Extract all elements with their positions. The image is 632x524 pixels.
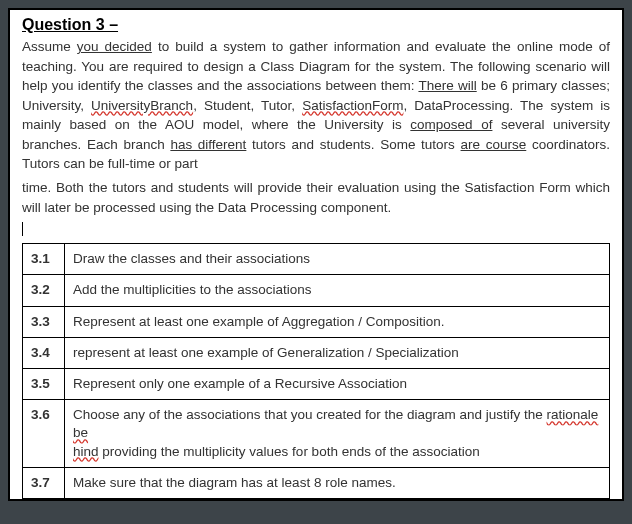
table-row: 3.5 Represent only one example of a Recu… — [23, 368, 610, 399]
task-text: represent at least one example of Genera… — [65, 337, 610, 368]
table-row: 3.2 Add the multiplicities to the associ… — [23, 275, 610, 306]
table-row: 3.3 Represent at least one example of Ag… — [23, 306, 610, 337]
task-text: Add the multiplicities to the associatio… — [65, 275, 610, 306]
underlined-text: are course — [461, 137, 527, 152]
text-cursor-icon — [22, 222, 23, 236]
spellcheck-word: hind — [73, 444, 99, 459]
question-title: Question 3 – — [22, 16, 610, 34]
spellcheck-word: UniversityBranch — [91, 98, 193, 113]
task-number: 3.6 — [23, 400, 65, 468]
tasks-table: 3.1 Draw the classes and their associati… — [22, 243, 610, 499]
task-number: 3.4 — [23, 337, 65, 368]
underlined-text: composed of — [410, 117, 492, 132]
task-number: 3.7 — [23, 467, 65, 498]
task-text: Make sure that the diagram has at least … — [65, 467, 610, 498]
task-text: Choose any of the associations that you … — [65, 400, 610, 468]
text-run: Choose any of the associations that you … — [73, 407, 547, 422]
task-number: 3.3 — [23, 306, 65, 337]
question-paragraph-2: time. Both the tutors and students will … — [22, 178, 610, 217]
underlined-text: you decided — [77, 39, 152, 54]
underlined-text: has different — [170, 137, 246, 152]
task-text: Represent only one example of a Recursiv… — [65, 368, 610, 399]
table-row: 3.6 Choose any of the associations that … — [23, 400, 610, 468]
text-run: providing the multiplicity values for bo… — [99, 444, 480, 459]
text-run: Assume — [22, 39, 77, 54]
text-run: tutors and students. Some tutors — [246, 137, 460, 152]
spellcheck-word: SatisfactionForm — [302, 98, 403, 113]
question-paragraph-1: Assume you decided to build a system to … — [22, 37, 610, 174]
task-number: 3.1 — [23, 244, 65, 275]
task-number: 3.5 — [23, 368, 65, 399]
underlined-text: There will — [418, 78, 476, 93]
document-page: Question 3 – Assume you decided to build… — [8, 8, 624, 501]
task-text: Represent at least one example of Aggreg… — [65, 306, 610, 337]
text-run: , Student, Tutor, — [193, 98, 302, 113]
text-cursor-line — [22, 221, 610, 239]
table-row: 3.1 Draw the classes and their associati… — [23, 244, 610, 275]
task-text: Draw the classes and their associations — [65, 244, 610, 275]
table-row: 3.7 Make sure that the diagram has at le… — [23, 467, 610, 498]
table-row: 3.4 represent at least one example of Ge… — [23, 337, 610, 368]
task-number: 3.2 — [23, 275, 65, 306]
